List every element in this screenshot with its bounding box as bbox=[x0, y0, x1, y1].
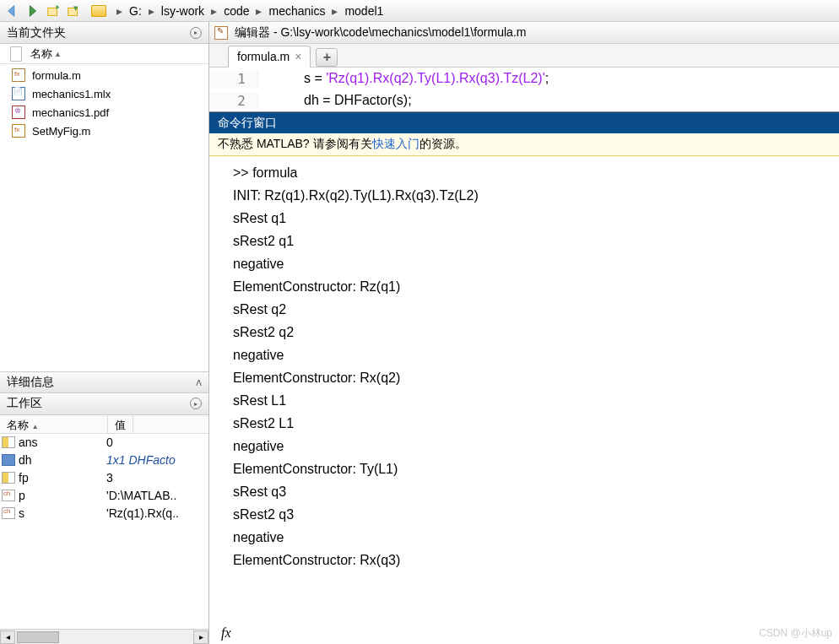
command-output-line: negative bbox=[233, 344, 839, 366]
left-panel: 当前文件夹 ▸ 名称 ▲ formula.mmechanics1.mlxmech… bbox=[0, 22, 209, 644]
watermark: CSDN @小林up bbox=[759, 626, 832, 641]
breadcrumb-item[interactable]: mechanics bbox=[267, 4, 327, 18]
var-icon bbox=[2, 472, 15, 484]
ws-name-col[interactable]: 名称 ▲ bbox=[0, 415, 108, 433]
code-line[interactable]: 1s = 'Rz(q1).Rx(q2).Ty(L1).Rx(q3).Tz(L2)… bbox=[209, 68, 839, 89]
code-editor[interactable]: 1s = 'Rz(q1).Rx(q2).Ty(L1).Rx(q3).Tz(L2)… bbox=[209, 68, 839, 111]
var-value: 3 bbox=[106, 471, 113, 484]
up-button[interactable] bbox=[44, 2, 62, 20]
scroll-thumb[interactable] bbox=[17, 631, 59, 643]
file-item[interactable]: mechanics1.pdf bbox=[0, 103, 208, 122]
command-window[interactable]: >> formulaINIT: Rz(q1).Rx(q2).Ty(L1).Rx(… bbox=[209, 156, 839, 644]
file-list-header[interactable]: 名称 ▲ bbox=[0, 44, 208, 64]
command-output-line: negative bbox=[233, 252, 839, 275]
command-output-line: >> formula bbox=[233, 161, 839, 184]
command-output-line: ElementConstructor: Ty(L1) bbox=[233, 457, 839, 480]
command-output-line: sRest2 q3 bbox=[233, 503, 839, 526]
history-button[interactable] bbox=[64, 2, 83, 20]
command-output-line: sRest q3 bbox=[233, 480, 839, 503]
file-type-icon bbox=[12, 68, 25, 82]
collapse-icon[interactable]: ▸ bbox=[190, 398, 202, 409]
matlab-banner: 不熟悉 MATLAB? 请参阅有关快速入门的资源。 bbox=[209, 133, 839, 156]
file-list: formula.mmechanics1.mlxmechanics1.pdfSet… bbox=[0, 64, 208, 142]
tab-label: formula.m bbox=[237, 50, 290, 63]
details-title: 详细信息 bbox=[7, 375, 54, 390]
right-panel: 编辑器 - G:\lsy-work\code\mechanics\model1\… bbox=[209, 22, 839, 644]
var-name: s bbox=[19, 506, 106, 520]
ws-value-col[interactable]: 值 bbox=[108, 415, 133, 433]
workspace-row[interactable]: s'Rz(q1).Rx(q.. bbox=[0, 505, 208, 522]
details-header[interactable]: 详细信息 ʌ bbox=[0, 371, 208, 393]
workspace-row[interactable]: fp3 bbox=[0, 469, 208, 487]
command-output-line: ElementConstructor: Rx(q3) bbox=[233, 549, 839, 571]
command-output-line: sRest q1 bbox=[233, 207, 839, 230]
workspace-row[interactable]: p'D:\MATLAB.. bbox=[0, 487, 208, 505]
scroll-left-button[interactable]: ◂ bbox=[0, 630, 15, 644]
var-icon bbox=[2, 507, 15, 519]
main-area: 当前文件夹 ▸ 名称 ▲ formula.mmechanics1.mlxmech… bbox=[0, 22, 839, 644]
code-line[interactable]: 2dh = DHFactor(s); bbox=[209, 89, 839, 111]
file-type-icon bbox=[12, 124, 25, 138]
var-value: 1x1 DHFacto bbox=[106, 453, 176, 467]
tab-formula[interactable]: formula.m × bbox=[228, 46, 311, 68]
workspace-body: ans0dh1x1 DHFactofp3p'D:\MATLAB..s'Rz(q1… bbox=[0, 434, 208, 630]
command-output-line: INIT: Rz(q1).Rx(q2).Ty(L1).Rx(q3).Tz(L2) bbox=[233, 184, 839, 207]
back-button[interactable] bbox=[3, 2, 22, 20]
workspace-columns: 名称 ▲ 值 bbox=[0, 415, 208, 434]
breadcrumb-item[interactable]: model1 bbox=[343, 4, 385, 18]
breadcrumb-drive[interactable]: G: bbox=[127, 4, 143, 18]
editor-tabs: formula.m × + bbox=[209, 44, 839, 68]
workspace-header: 工作区 ▸ bbox=[0, 393, 208, 415]
editor-icon bbox=[214, 26, 228, 40]
command-output-line: ElementConstructor: Rx(q2) bbox=[233, 366, 839, 389]
banner-pre: 不熟悉 MATLAB? 请参阅有关 bbox=[218, 137, 372, 150]
var-value: 'Rz(q1).Rx(q.. bbox=[106, 506, 179, 520]
chevron-right-icon: ▸ bbox=[143, 4, 160, 18]
workspace-title: 工作区 bbox=[7, 396, 42, 411]
current-folder-title: 当前文件夹 bbox=[7, 25, 66, 41]
chevron-right-icon: ▸ bbox=[206, 4, 222, 18]
file-item[interactable]: SetMyFig.m bbox=[0, 122, 208, 140]
collapse-icon[interactable]: ▸ bbox=[190, 27, 202, 39]
file-item[interactable]: formula.m bbox=[0, 66, 208, 84]
var-name: ans bbox=[19, 436, 106, 449]
command-output-line: ElementConstructor: Rz(q1) bbox=[233, 275, 839, 298]
var-name: p bbox=[19, 489, 106, 502]
current-folder-header: 当前文件夹 ▸ bbox=[0, 22, 208, 44]
forward-button[interactable] bbox=[24, 2, 42, 20]
command-output-line: sRest2 q2 bbox=[233, 321, 839, 344]
file-item[interactable]: mechanics1.mlx bbox=[0, 84, 208, 103]
banner-post: 的资源。 bbox=[420, 137, 467, 150]
spacer bbox=[0, 142, 208, 371]
chevron-right-icon: ▸ bbox=[327, 4, 343, 18]
breadcrumb-item[interactable]: lsy-work bbox=[160, 4, 206, 18]
h-scrollbar[interactable]: ◂ ▸ bbox=[0, 629, 208, 644]
var-value: 'D:\MATLAB.. bbox=[106, 489, 176, 502]
chevron-up-icon: ʌ bbox=[196, 376, 202, 388]
line-number: 1 bbox=[209, 71, 258, 87]
close-icon[interactable]: × bbox=[295, 50, 301, 63]
folder-icon bbox=[91, 5, 106, 17]
add-tab-button[interactable]: + bbox=[316, 48, 338, 67]
file-icon bbox=[10, 46, 22, 62]
line-number: 2 bbox=[209, 93, 258, 109]
command-output-line: sRest L1 bbox=[233, 389, 839, 412]
file-type-icon bbox=[12, 106, 25, 119]
scroll-right-button[interactable]: ▸ bbox=[193, 630, 208, 644]
var-icon bbox=[2, 454, 15, 466]
editor-title: 编辑器 - G:\lsy-work\code\mechanics\model1\… bbox=[235, 25, 526, 41]
fx-icon[interactable]: fx bbox=[221, 625, 231, 641]
chevron-right-icon: ▸ bbox=[111, 4, 127, 18]
var-icon bbox=[2, 436, 15, 448]
command-title: 命令行窗口 bbox=[218, 116, 277, 131]
quickstart-link[interactable]: 快速入门 bbox=[372, 137, 420, 150]
file-name: mechanics1.mlx bbox=[32, 88, 111, 100]
command-output-line: sRest2 L1 bbox=[233, 412, 839, 435]
file-name: SetMyFig.m bbox=[32, 125, 90, 138]
command-output-line: sRest2 q1 bbox=[233, 230, 839, 252]
command-window-header: 命令行窗口 bbox=[209, 111, 839, 133]
workspace-row[interactable]: dh1x1 DHFacto bbox=[0, 452, 208, 469]
breadcrumb-item[interactable]: code bbox=[222, 4, 251, 18]
var-name: dh bbox=[19, 453, 106, 467]
workspace-row[interactable]: ans0 bbox=[0, 434, 208, 452]
